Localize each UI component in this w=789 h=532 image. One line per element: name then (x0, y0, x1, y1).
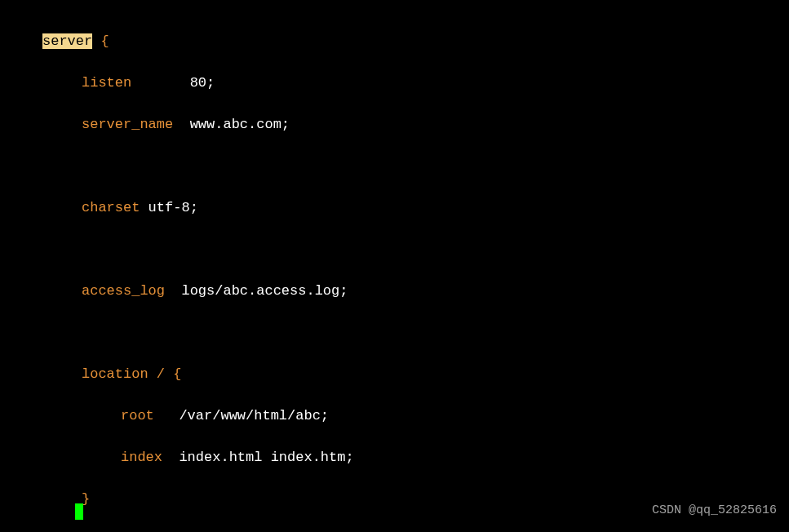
keyword-server-name: server_name (82, 117, 173, 132)
value-access-log: logs/abc.access.log; (181, 283, 348, 299)
line-index: index index.html index.htm; (0, 447, 789, 468)
keyword-index: index (121, 450, 162, 465)
blank-line (0, 322, 789, 344)
pad (165, 283, 181, 299)
value-root: /var/www/html/abc; (179, 408, 329, 423)
keyword-access-log: access_log (82, 283, 165, 299)
blank-line (0, 239, 789, 260)
value-charset: utf-8; (140, 200, 197, 215)
value-listen: 80; (190, 75, 215, 91)
line-server: server { (0, 31, 789, 52)
code-block: server { listen 80; server_name www.abc.… (0, 0, 789, 532)
pad (154, 408, 180, 423)
pad (173, 117, 189, 132)
brace-open: { (92, 33, 109, 49)
terminal-cursor (75, 503, 83, 520)
value-index: index.html index.htm; (179, 450, 353, 465)
line-charset: charset utf-8; (0, 197, 789, 219)
pad (162, 450, 179, 465)
keyword-location: location (82, 366, 148, 382)
value-server-name: www.abc.com; (190, 117, 290, 132)
line-listen: listen 80; (0, 73, 789, 94)
line-access-log: access_log logs/abc.access.log; (0, 281, 789, 302)
keyword-root: root (121, 408, 154, 423)
blank-line (0, 156, 789, 177)
line-location: location / { (0, 364, 789, 385)
keyword-server: server (42, 33, 92, 49)
line-root: root /var/www/html/abc; (0, 406, 789, 427)
keyword-listen: listen (82, 75, 131, 91)
location-path: / { (148, 366, 182, 382)
pad (131, 75, 189, 91)
line-server-name: server_name www.abc.com; (0, 114, 789, 135)
keyword-charset: charset (82, 200, 140, 215)
watermark: CSDN @qq_52825616 (652, 502, 777, 521)
